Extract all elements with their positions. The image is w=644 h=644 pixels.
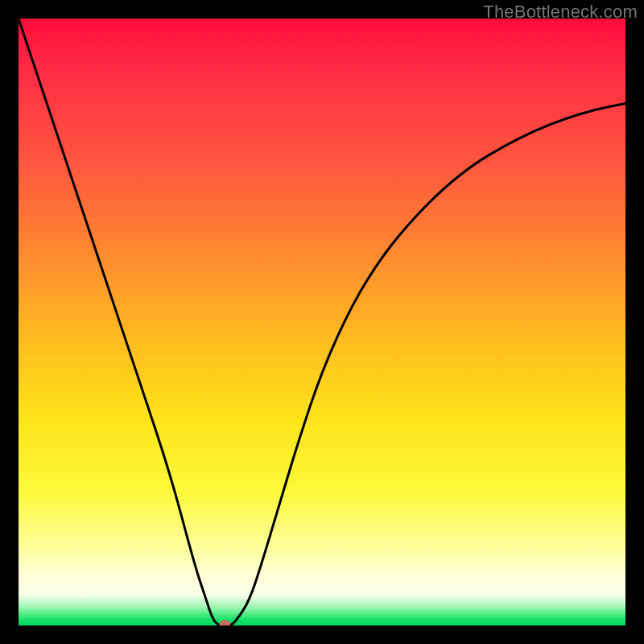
minimum-marker [219,620,230,625]
chart-frame: TheBottleneck.com [0,0,644,644]
watermark-text: TheBottleneck.com [483,2,638,23]
plot-area [19,19,625,625]
curve-layer [19,19,625,625]
bottleneck-curve [19,19,625,625]
